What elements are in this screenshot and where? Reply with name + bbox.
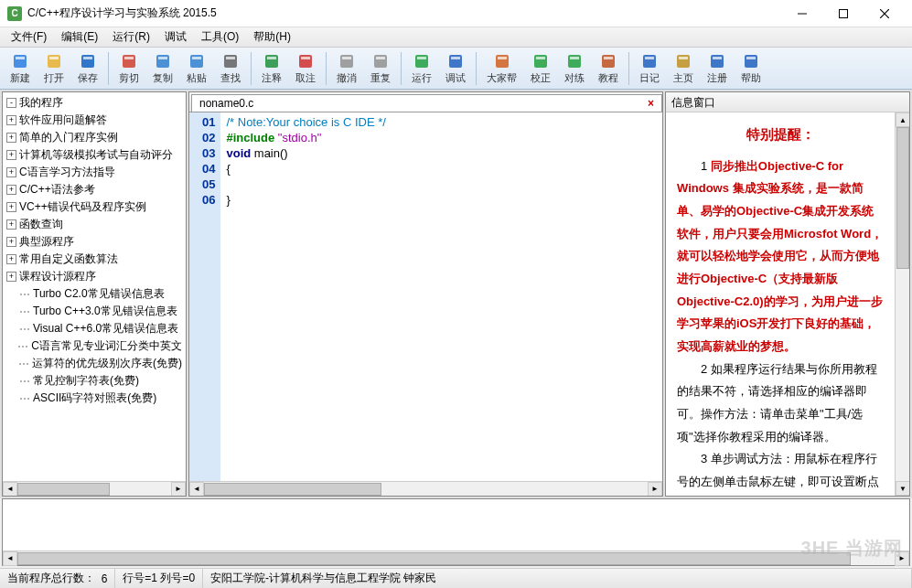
find-button[interactable]: 查找 (214, 49, 247, 88)
menu-item[interactable]: 工具(O) (194, 27, 246, 47)
expand-icon[interactable]: + (6, 115, 16, 125)
expand-icon[interactable]: + (6, 150, 16, 160)
undo-button[interactable]: 撤消 (330, 49, 363, 88)
register-button[interactable]: 注册 (701, 49, 734, 88)
menu-item[interactable]: 文件(F) (4, 27, 54, 47)
tree-item[interactable]: ⋯C语言常见专业词汇分类中英文 (5, 337, 184, 355)
practice-button[interactable]: 对练 (558, 49, 591, 88)
tree-item[interactable]: +C/C++语法参考 (5, 181, 184, 198)
program-tree[interactable]: -我的程序+软件应用问题解答+简单的入门程序实例+计算机等级模拟考试与自动评分+… (3, 92, 186, 481)
tree-item[interactable]: -我的程序 (5, 94, 184, 112)
code-area[interactable]: /* Note:Your choice is C IDE */#include … (220, 112, 662, 481)
debug-icon (446, 52, 465, 70)
expand-icon[interactable]: + (6, 185, 16, 195)
tree-leaf-icon: ⋯ (18, 358, 29, 370)
tree-item[interactable]: +C语言学习方法指导 (5, 164, 184, 181)
tool-label: 打开 (44, 71, 64, 85)
expand-icon[interactable]: + (6, 237, 16, 247)
editor-tab[interactable]: noname0.c × (191, 94, 662, 112)
check-button[interactable]: 校正 (524, 49, 557, 88)
tree-item[interactable]: +典型源程序 (5, 233, 184, 251)
redo-button[interactable]: 重复 (364, 49, 397, 88)
line-gutter: 010203040506 (189, 112, 220, 481)
run-button[interactable]: 运行 (405, 49, 438, 88)
svg-rect-9 (83, 57, 92, 59)
close-button[interactable] (864, 1, 905, 27)
comment-icon (263, 52, 281, 70)
scroll-right-icon[interactable]: ► (895, 551, 909, 566)
tool-label: 对练 (564, 71, 585, 85)
new-button[interactable]: 新建 (4, 49, 37, 88)
help-all-button[interactable]: 大家帮 (480, 49, 523, 88)
tree-item[interactable]: ⋯常见控制字符表(免费) (5, 372, 184, 390)
scroll-down-icon[interactable]: ▼ (896, 481, 909, 496)
tree-item[interactable]: +计算机等级模拟考试与自动评分 (5, 146, 184, 164)
tree-item[interactable]: ⋯Visual C++6.0常见错误信息表 (5, 320, 184, 337)
code-editor[interactable]: 010203040506 /* Note:Your choice is C ID… (189, 112, 662, 481)
cut-button[interactable]: 剪切 (113, 49, 145, 88)
maximize-button[interactable] (822, 1, 864, 27)
tree-panel: -我的程序+软件应用问题解答+简单的入门程序实例+计算机等级模拟考试与自动评分+… (2, 91, 187, 497)
tree-item[interactable]: ⋯Turbo C++3.0常见错误信息表 (5, 303, 184, 320)
svg-rect-35 (570, 57, 579, 59)
tree-item[interactable]: +函数查询 (5, 216, 184, 233)
code-line[interactable]: void main() (226, 145, 657, 161)
scroll-left-icon[interactable]: ◄ (3, 551, 17, 566)
tree-item[interactable]: ⋯ASCII码字符对照表(免费) (5, 390, 184, 407)
scroll-up-icon[interactable]: ▲ (896, 112, 909, 127)
tree-item[interactable]: +软件应用问题解答 (5, 112, 184, 129)
tree-item[interactable]: +简单的入门程序实例 (5, 129, 184, 146)
tutorial-button[interactable]: 教程 (592, 49, 625, 88)
tree-item[interactable]: +课程设计源程序 (5, 268, 184, 285)
expand-icon[interactable]: + (6, 272, 16, 282)
output-hscroll[interactable]: ◄ ► (3, 551, 909, 565)
help-button[interactable]: 帮助 (735, 49, 767, 88)
paste-button[interactable]: 粘贴 (180, 49, 213, 88)
tree-item[interactable]: +常用自定义函数算法 (5, 251, 184, 268)
menu-item[interactable]: 帮助(H) (246, 27, 298, 47)
status-org: 安阳工学院-计算机科学与信息工程学院 钟家民 (203, 569, 912, 588)
info-vscroll[interactable]: ▲ ▼ (895, 112, 909, 496)
tree-item-label: 典型源程序 (19, 234, 74, 250)
debug-button[interactable]: 调试 (439, 49, 472, 88)
code-line[interactable]: { (226, 161, 657, 176)
tool-label: 帮助 (741, 71, 761, 85)
menu-item[interactable]: 编辑(E) (54, 27, 105, 47)
uncomment-button[interactable]: 取注 (289, 49, 322, 88)
tree-item[interactable]: +VC++错误代码及程序实例 (5, 198, 184, 216)
copy-button[interactable]: 复制 (146, 49, 179, 88)
comment-button[interactable]: 注释 (255, 49, 288, 88)
tool-label: 撤消 (337, 71, 357, 85)
minimize-button[interactable] (781, 1, 822, 27)
editor-hscroll[interactable]: ◄ ► (189, 481, 662, 496)
tab-close-icon[interactable]: × (648, 97, 654, 110)
expand-icon[interactable]: + (6, 202, 16, 212)
save-button[interactable]: 保存 (71, 49, 104, 88)
tree-item[interactable]: ⋯Turbo C2.0常见错误信息表 (5, 285, 184, 303)
tool-label: 校正 (531, 71, 551, 85)
expand-icon[interactable]: + (6, 133, 16, 143)
scroll-right-icon[interactable]: ► (648, 482, 662, 497)
tree-leaf-icon: ⋯ (17, 340, 28, 353)
tree-item[interactable]: ⋯运算符的优先级别次序表(免费) (5, 355, 184, 372)
output-content[interactable] (3, 499, 909, 551)
expand-icon[interactable]: + (6, 254, 16, 264)
menu-item[interactable]: 调试 (157, 27, 194, 47)
open-button[interactable]: 打开 (38, 49, 70, 88)
code-line[interactable]: #include "stdio.h" (226, 130, 657, 145)
diary-button[interactable]: 日记 (633, 49, 666, 88)
expand-icon[interactable]: + (6, 219, 16, 230)
toolbar: 新建打开保存剪切复制粘贴查找注释取注撤消重复运行调试大家帮校正对练教程日记主页注… (0, 48, 912, 90)
scroll-left-icon[interactable]: ◄ (3, 482, 17, 497)
menu-item[interactable]: 运行(R) (105, 27, 157, 47)
home-button[interactable]: 主页 (667, 49, 700, 88)
svg-rect-21 (301, 57, 310, 59)
tree-hscroll[interactable]: ◄ ► (3, 481, 186, 496)
code-line[interactable]: /* Note:Your choice is C IDE */ (226, 114, 657, 130)
scroll-right-icon[interactable]: ► (171, 482, 186, 497)
code-line[interactable]: } (226, 192, 657, 208)
scroll-left-icon[interactable]: ◄ (189, 482, 204, 497)
expand-icon[interactable]: + (6, 167, 16, 177)
code-line[interactable] (226, 176, 657, 192)
collapse-icon[interactable]: - (6, 98, 16, 108)
